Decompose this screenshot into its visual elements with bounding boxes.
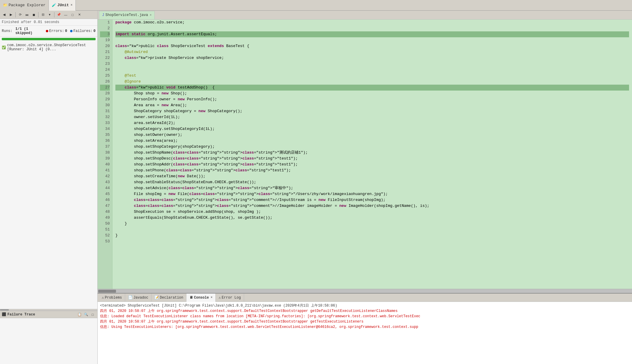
failure-trace-panel: ⬛ Failure Trace 📋 🔍 □: [0, 311, 97, 364]
progress-fill: [2, 38, 96, 40]
toolbar-sep-2: [38, 12, 38, 17]
console-log-line: 信息: Loaded default TestExecutionListener…: [100, 314, 630, 319]
failure-indicator: [70, 30, 72, 32]
editor-tab-bar: J ShopServiceTest.java ×: [98, 11, 632, 20]
editor-tab-shopservicetest[interactable]: J ShopServiceTest.java ×: [99, 11, 155, 19]
bottom-tab-errorlog[interactable]: ⚠ Error Log: [216, 294, 244, 302]
line-numbers: 1231920212223242526272829303132333435363…: [98, 20, 112, 289]
toolbar-sep-1: [15, 12, 16, 17]
java-file-icon: J: [102, 13, 104, 17]
bottom-panel: ⚠ Problems 📄 Javadoc 📝 Declaration 🖥 Con…: [98, 293, 632, 364]
toolbar-btn-maximize[interactable]: □: [70, 12, 75, 18]
console-content: <terminated> ShopServiceTest [JUnit] C:\…: [98, 302, 632, 364]
failure-trace-toolbar: 📋 🔍 □: [77, 312, 96, 318]
toolbar-btn-more[interactable]: ▾: [47, 12, 53, 18]
console-icon: 🖥: [189, 295, 193, 300]
code-editor[interactable]: 1231920212223242526272829303132333435363…: [98, 20, 632, 289]
console-log: 四月 01, 2020 10:58:07 上午 org.springframew…: [100, 308, 630, 330]
junit-icon: 🧪: [52, 3, 56, 7]
bottom-tab-declaration[interactable]: 📝 Declaration: [151, 294, 186, 302]
bottom-tab-javadoc[interactable]: 📄 Javadoc: [125, 294, 151, 302]
run-stats: Runs: 1/1 (1 skipped) Errors: 0 Failures…: [0, 26, 97, 37]
package-explorer-icon: 📁: [3, 3, 7, 7]
bottom-tab-bar: ⚠ Problems 📄 Javadoc 📝 Declaration 🖥 Con…: [98, 294, 632, 302]
console-tab-close[interactable]: ×: [211, 296, 212, 299]
console-log-line: 四月 01, 2020 10:58:07 上午 org.springframew…: [100, 319, 630, 324]
test-tree[interactable]: ✅ com.imooc.o2o.service.ShopServiceTest …: [0, 41, 97, 309]
toolbar-btn-stop[interactable]: ⏹: [31, 12, 37, 18]
editor-hscrollbar[interactable]: [98, 289, 632, 293]
console-terminated-line: <terminated> ShopServiceTest [JUnit] C:\…: [100, 303, 630, 308]
editor-tab-close[interactable]: ×: [150, 14, 151, 17]
toolbar-btn-rerun[interactable]: ⟳: [17, 12, 23, 18]
declaration-icon: 📝: [154, 295, 159, 300]
problems-icon: ⚠: [102, 295, 104, 300]
tab-junit[interactable]: 🧪 JUnit ×: [49, 0, 76, 11]
console-log-line: 四月 01, 2020 10:58:07 上午 org.springframew…: [100, 308, 630, 314]
console-log-line: 信息: Using TestExecutionListeners: [org.s…: [100, 324, 630, 330]
failures-stat: Failures: 0: [70, 29, 96, 33]
failure-filter-btn[interactable]: 🔍: [83, 312, 89, 318]
test-status: Finished after 0.01 seconds: [0, 19, 97, 26]
scroll-thumb[interactable]: [0, 309, 9, 310]
javadoc-icon: 📄: [128, 295, 133, 300]
test-item[interactable]: ✅ com.imooc.o2o.service.ShopServiceTest …: [0, 43, 97, 52]
failure-trace-icon: ⬛: [2, 312, 6, 317]
failure-expand-btn[interactable]: □: [90, 312, 96, 318]
failure-trace-header: ⬛ Failure Trace 📋 🔍 □: [0, 311, 97, 318]
error-indicator: [46, 30, 48, 32]
code-content: package com.imooc.o2o.service;import sta…: [112, 20, 632, 289]
bottom-tab-console[interactable]: 🖥 Console ×: [186, 294, 215, 302]
bottom-tab-problems[interactable]: ⚠ Problems: [99, 294, 125, 302]
top-tab-bar: 📁 Package Explorer 🧪 JUnit ×: [0, 0, 632, 11]
toolbar-btn-run-failed[interactable]: ⏭: [24, 12, 30, 18]
progress-bar: [2, 38, 96, 40]
toolbar-btn-close[interactable]: ✕: [76, 12, 82, 18]
left-panel-toolbar: ◀ ▶ ⟳ ⏭ ⏹ ⊟ ▾ 📌 — □ ✕: [0, 11, 97, 19]
toolbar-btn-back[interactable]: ◀: [1, 12, 7, 18]
errorlog-icon: ⚠: [219, 295, 221, 300]
left-panel: ◀ ▶ ⟳ ⏭ ⏹ ⊟ ▾ 📌 — □ ✕ Finished after 0.0…: [0, 11, 98, 364]
tab-package-explorer[interactable]: 📁 Package Explorer: [0, 0, 49, 11]
failure-copy-btn[interactable]: 📋: [77, 312, 83, 318]
editor-hscroll-thumb[interactable]: [98, 290, 116, 293]
test-item-icon: ✅: [2, 46, 6, 49]
toolbar-btn-pin[interactable]: 📌: [56, 12, 62, 18]
toolbar-btn-forward[interactable]: ▶: [8, 12, 14, 18]
main-layout: ◀ ▶ ⟳ ⏭ ⏹ ⊟ ▾ 📌 — □ ✕ Finished after 0.0…: [0, 11, 632, 364]
toolbar-btn-minimize[interactable]: —: [63, 12, 69, 18]
junit-tab-close[interactable]: ×: [71, 4, 72, 7]
toolbar-btn-show-failed[interactable]: ⊟: [40, 12, 46, 18]
toolbar-sep-3: [54, 12, 54, 17]
errors-stat: Errors: 0: [46, 29, 67, 33]
